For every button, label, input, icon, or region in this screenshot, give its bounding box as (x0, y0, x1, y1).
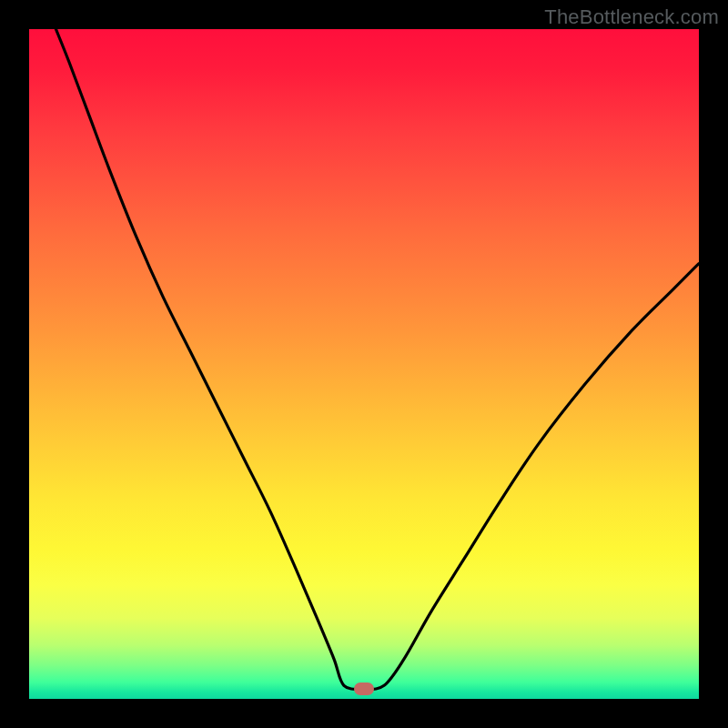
bottleneck-curve (29, 29, 699, 699)
watermark-text: TheBottleneck.com (544, 5, 719, 29)
bottleneck-marker (354, 682, 374, 695)
chart-stage: TheBottleneck.com (0, 0, 728, 728)
plot-area (29, 29, 699, 699)
